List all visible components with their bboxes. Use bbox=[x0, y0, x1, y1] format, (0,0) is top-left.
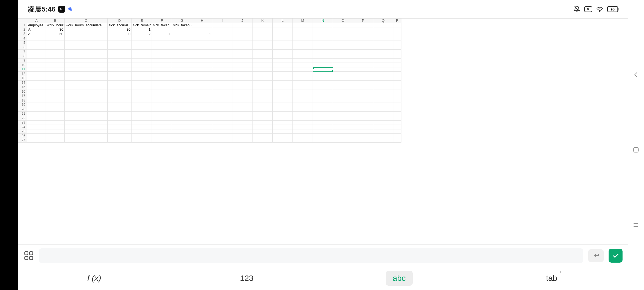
cell[interactable] bbox=[152, 45, 172, 50]
cell[interactable] bbox=[393, 89, 401, 94]
cell[interactable] bbox=[192, 98, 212, 103]
cell[interactable] bbox=[46, 59, 65, 63]
cell[interactable] bbox=[132, 41, 152, 45]
cell[interactable] bbox=[232, 23, 253, 28]
cell[interactable] bbox=[212, 125, 232, 129]
cell[interactable] bbox=[293, 59, 313, 63]
cell[interactable] bbox=[253, 107, 273, 112]
column-header[interactable]: Q bbox=[373, 19, 393, 23]
row-header[interactable]: 16 bbox=[18, 89, 27, 94]
cell[interactable]: 60 bbox=[46, 32, 65, 37]
cell[interactable] bbox=[232, 98, 253, 103]
cell[interactable] bbox=[253, 103, 273, 107]
cell[interactable] bbox=[313, 50, 333, 54]
cell[interactable] bbox=[192, 129, 212, 134]
cell[interactable] bbox=[373, 54, 393, 59]
cell[interactable] bbox=[172, 50, 192, 54]
cell[interactable] bbox=[253, 134, 273, 138]
cell[interactable] bbox=[393, 50, 401, 54]
cell[interactable] bbox=[373, 72, 393, 76]
cell[interactable] bbox=[232, 32, 253, 37]
cell[interactable] bbox=[27, 67, 46, 72]
cell[interactable] bbox=[353, 103, 373, 107]
cell[interactable] bbox=[273, 94, 293, 99]
cell[interactable] bbox=[333, 89, 353, 94]
cell[interactable] bbox=[132, 50, 152, 54]
cell[interactable] bbox=[253, 32, 273, 37]
cell[interactable] bbox=[353, 23, 373, 28]
row-header[interactable]: 15 bbox=[18, 85, 27, 90]
cell[interactable] bbox=[132, 138, 152, 143]
cell[interactable]: A bbox=[27, 27, 46, 32]
cell[interactable] bbox=[313, 85, 333, 90]
cell[interactable] bbox=[253, 27, 273, 32]
confirm-button[interactable] bbox=[609, 249, 623, 263]
cell[interactable] bbox=[27, 54, 46, 59]
column-header[interactable]: E bbox=[132, 19, 152, 23]
cell[interactable] bbox=[172, 121, 192, 125]
cell[interactable] bbox=[108, 76, 132, 81]
cell[interactable] bbox=[132, 89, 152, 94]
cell[interactable] bbox=[108, 129, 132, 134]
cell[interactable] bbox=[273, 121, 293, 125]
cell[interactable] bbox=[293, 67, 313, 72]
cell[interactable] bbox=[172, 112, 192, 116]
cell[interactable] bbox=[132, 63, 152, 67]
cell[interactable] bbox=[273, 23, 293, 28]
row-header[interactable]: 6 bbox=[18, 45, 27, 50]
cell[interactable] bbox=[192, 27, 212, 32]
cell[interactable] bbox=[172, 85, 192, 90]
cell[interactable] bbox=[333, 94, 353, 99]
cell[interactable] bbox=[373, 32, 393, 37]
cell[interactable] bbox=[313, 27, 333, 32]
cell[interactable] bbox=[212, 121, 232, 125]
cell[interactable] bbox=[373, 27, 393, 32]
cell[interactable] bbox=[212, 63, 232, 67]
cell[interactable] bbox=[108, 50, 132, 54]
cell[interactable] bbox=[273, 89, 293, 94]
cell[interactable] bbox=[393, 121, 401, 125]
apps-icon[interactable] bbox=[23, 251, 34, 260]
cell[interactable] bbox=[27, 138, 46, 143]
cell[interactable] bbox=[313, 134, 333, 138]
cell[interactable] bbox=[293, 107, 313, 112]
cell[interactable] bbox=[65, 138, 108, 143]
cell[interactable] bbox=[65, 32, 108, 37]
cell[interactable] bbox=[172, 72, 192, 76]
cell[interactable] bbox=[273, 116, 293, 121]
cell[interactable] bbox=[212, 23, 232, 28]
cell[interactable] bbox=[353, 98, 373, 103]
cell[interactable] bbox=[172, 116, 192, 121]
cell[interactable] bbox=[65, 67, 108, 72]
column-header[interactable]: H bbox=[192, 19, 212, 23]
cell[interactable] bbox=[108, 112, 132, 116]
cell[interactable] bbox=[273, 112, 293, 116]
cell[interactable] bbox=[132, 81, 152, 85]
cell[interactable] bbox=[108, 103, 132, 107]
cell[interactable] bbox=[108, 54, 132, 59]
cell[interactable] bbox=[212, 41, 232, 45]
cell[interactable] bbox=[27, 134, 46, 138]
cell[interactable] bbox=[353, 107, 373, 112]
cell[interactable] bbox=[132, 107, 152, 112]
cell[interactable] bbox=[293, 23, 313, 28]
cell[interactable] bbox=[46, 45, 65, 50]
cell[interactable] bbox=[152, 67, 172, 72]
cell[interactable] bbox=[253, 89, 273, 94]
cell[interactable] bbox=[65, 107, 108, 112]
column-header[interactable]: K bbox=[253, 19, 273, 23]
row-header[interactable]: 27 bbox=[18, 138, 27, 143]
cell[interactable] bbox=[293, 94, 313, 99]
cell[interactable] bbox=[212, 32, 232, 37]
cell[interactable] bbox=[353, 134, 373, 138]
row-header[interactable]: 25 bbox=[18, 129, 27, 134]
cell[interactable] bbox=[172, 63, 192, 67]
cell[interactable] bbox=[192, 72, 212, 76]
cell[interactable] bbox=[232, 94, 253, 99]
cell[interactable] bbox=[293, 50, 313, 54]
cell[interactable] bbox=[232, 116, 253, 121]
cell[interactable] bbox=[27, 76, 46, 81]
cell[interactable] bbox=[333, 27, 353, 32]
cell[interactable] bbox=[253, 98, 273, 103]
cell[interactable] bbox=[27, 98, 46, 103]
